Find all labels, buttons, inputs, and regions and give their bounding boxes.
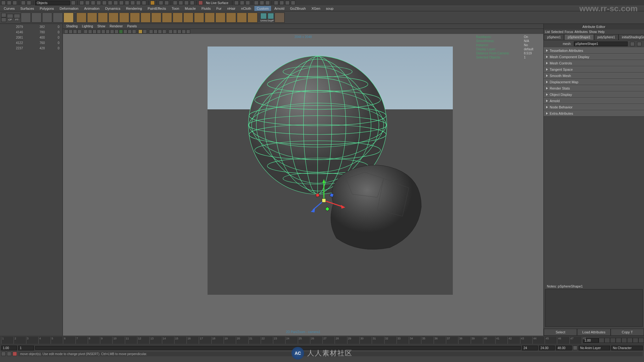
snap-point-icon[interactable]	[91, 1, 95, 5]
ae-section-arnold[interactable]: Arnold	[544, 98, 644, 104]
timeline[interactable]: 1234567891011121314151617181920212223242…	[0, 336, 644, 345]
script-icon[interactable]	[7, 352, 11, 356]
mel-icon[interactable]	[1, 352, 6, 356]
preset-icon[interactable]	[637, 42, 641, 46]
vp-menu-renderer[interactable]: Renderer	[108, 24, 125, 28]
misc-a-icon[interactable]	[274, 1, 278, 5]
shelf-tex-8-icon[interactable]	[151, 13, 161, 23]
menu-arnold[interactable]: Arnold	[272, 6, 287, 11]
cp-icon[interactable]	[7, 14, 13, 18]
menu-gozbrush[interactable]: GoZBrush	[287, 6, 308, 11]
ae-section-tangent-space[interactable]: Tangent Space	[544, 66, 644, 73]
vp-camera-icon[interactable]	[69, 30, 73, 34]
menu-animation[interactable]: Animation	[81, 6, 102, 11]
layout-b-icon[interactable]	[240, 1, 244, 5]
anim-layer-select[interactable]	[579, 346, 610, 350]
go-start-icon[interactable]	[599, 338, 604, 343]
focus-icon[interactable]	[630, 42, 635, 46]
vp-menu-shading[interactable]: Shading	[64, 24, 80, 28]
ae-section-render-stats[interactable]: Render Stats	[544, 85, 644, 91]
step-back-icon[interactable]	[604, 338, 610, 343]
vp-menu-show[interactable]: Show	[96, 24, 107, 28]
shelf-last-icon[interactable]	[275, 13, 285, 23]
shelf-tab-b-icon[interactable]	[1, 18, 6, 22]
unins-icon[interactable]	[260, 13, 267, 19]
range-end-input[interactable]	[522, 346, 538, 350]
ae-section-extra-attributes[interactable]: Extra Attributes	[544, 110, 644, 117]
shelf-tex-13-icon[interactable]	[205, 13, 215, 23]
shelf-tex-1-icon[interactable]	[76, 13, 86, 23]
ae-copy-t-button[interactable]: Copy T	[611, 329, 644, 336]
vp-film-icon[interactable]	[88, 30, 92, 34]
file-new-icon[interactable]	[1, 1, 6, 5]
vp-gate-icon[interactable]	[101, 30, 105, 34]
move-gizmo[interactable]	[308, 178, 352, 222]
ipr-icon[interactable]	[179, 1, 183, 5]
shelf-tex-6-icon[interactable]	[130, 13, 140, 23]
vp-light-icon[interactable]	[119, 30, 123, 34]
file-save-icon[interactable]	[13, 1, 17, 5]
shelf-tex-17-icon[interactable]	[247, 13, 258, 23]
menu-xgen[interactable]: XGen	[309, 6, 323, 11]
ae-menu-help[interactable]: Help	[598, 30, 605, 34]
vp-b-icon[interactable]	[153, 30, 158, 34]
ae-tab-polySphere1[interactable]: polySphere1	[594, 34, 619, 40]
vp-f-icon[interactable]	[173, 30, 177, 34]
snap-view-icon[interactable]	[108, 1, 112, 5]
snap-d-icon[interactable]	[130, 1, 135, 5]
snap-f-icon[interactable]	[142, 1, 146, 5]
snap-b-icon[interactable]	[119, 1, 124, 5]
menu-painteffects[interactable]: PaintEffects	[145, 6, 169, 11]
magnet-icon[interactable]	[150, 1, 155, 5]
go-end-icon[interactable]	[638, 338, 644, 343]
menu-rendering[interactable]: Rendering	[124, 6, 145, 11]
shelf-folder-icon[interactable]	[64, 13, 74, 23]
file-open-icon[interactable]	[7, 1, 11, 5]
dupp-icon[interactable]	[268, 13, 274, 19]
menu-muscle[interactable]: Muscle	[182, 6, 198, 11]
undo-icon[interactable]	[21, 1, 25, 5]
mesh-name-input[interactable]	[574, 41, 628, 46]
vp-image-icon[interactable]	[77, 30, 81, 34]
range-start-input[interactable]	[18, 346, 34, 350]
play-fwd-icon[interactable]	[621, 338, 627, 343]
vp-res-icon[interactable]	[97, 30, 101, 34]
fps-input[interactable]	[539, 346, 555, 350]
snap-plane-icon[interactable]	[97, 1, 101, 5]
selection-mode-field[interactable]	[35, 1, 70, 5]
vp-isolate-icon[interactable]	[138, 30, 142, 34]
menu-nhair[interactable]: nHair	[225, 6, 238, 11]
ae-menu-list[interactable]: List	[545, 30, 550, 34]
ae-menu-focus[interactable]: Focus	[564, 30, 573, 34]
ae-section-displacement-map[interactable]: Displacement Map	[544, 79, 644, 85]
vp-d-icon[interactable]	[162, 30, 166, 34]
vp-i-icon[interactable]	[186, 30, 190, 34]
snap-e-icon[interactable]	[136, 1, 141, 5]
menu-fluids[interactable]: Fluids	[199, 6, 213, 11]
vp-menu-lighting[interactable]: Lighting	[80, 24, 95, 28]
shelf-tex-15-icon[interactable]	[226, 13, 236, 23]
snap-grid-icon[interactable]	[80, 1, 84, 5]
step-fwd-icon[interactable]	[633, 338, 638, 343]
layout-a-icon[interactable]	[234, 1, 239, 5]
vp-shadow-icon[interactable]	[123, 30, 127, 34]
snap-surface-icon[interactable]	[102, 1, 107, 5]
shelf-tex-12-icon[interactable]	[194, 13, 204, 23]
range-slider[interactable]	[35, 346, 521, 350]
menu-curves[interactable]: Curves	[1, 6, 17, 11]
render-view-icon[interactable]	[190, 1, 194, 5]
menu-surfaces[interactable]: Surfaces	[18, 6, 36, 11]
vp-aa-icon[interactable]	[132, 30, 136, 34]
shelf-lra-icon[interactable]	[21, 13, 31, 23]
misc-c-icon[interactable]	[285, 1, 290, 5]
menu-fur[interactable]: Fur	[214, 6, 224, 11]
dropdown-icon[interactable]	[71, 1, 75, 5]
menu-ncloth[interactable]: nCloth	[239, 6, 254, 11]
vp-xray-icon[interactable]	[143, 30, 147, 34]
vp-ao-icon[interactable]	[128, 30, 132, 34]
vp-menu-panels[interactable]: Panels	[125, 24, 139, 28]
timeline-ruler[interactable]: 1234567891011121314151617181920212223242…	[1, 337, 582, 344]
shelf-tex-3-icon[interactable]	[98, 13, 108, 23]
vp-g-icon[interactable]	[177, 30, 181, 34]
shelf-tex-14-icon[interactable]	[215, 13, 225, 23]
